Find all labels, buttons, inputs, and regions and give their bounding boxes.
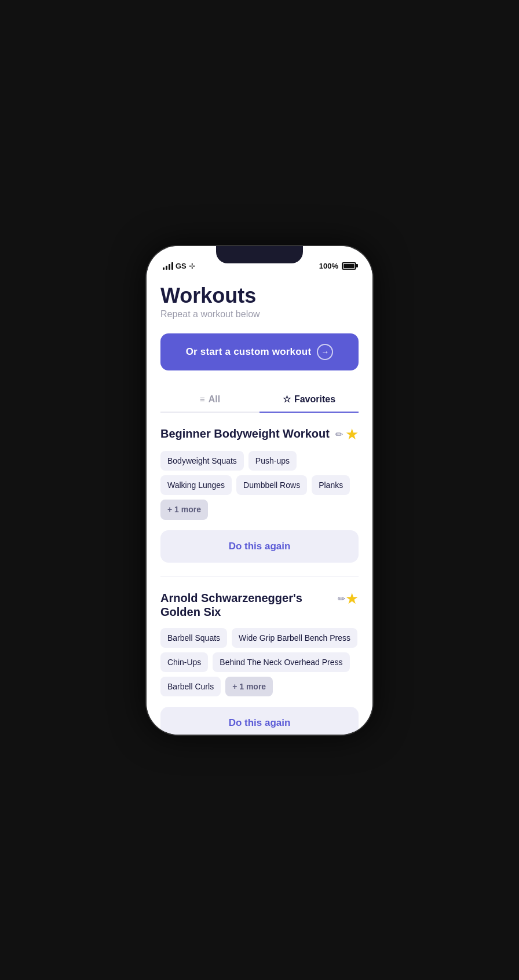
tab-favorites-label: Favorites xyxy=(294,394,335,405)
notch xyxy=(216,246,303,263)
do-again-button-beginner[interactable]: Do this again xyxy=(160,530,359,563)
workout-title-beginner: Beginner Bodyweight Workout xyxy=(160,427,330,441)
tag-planks: Planks xyxy=(312,475,350,495)
signal-icon xyxy=(163,262,173,270)
tag-behind-neck-press: Behind The Neck Overhead Press xyxy=(213,652,349,672)
workout-card-arnold: Arnold Schwarzenegger's Golden Six ✏ ★ B… xyxy=(160,591,359,735)
edit-icon-arnold[interactable]: ✏ xyxy=(338,593,345,604)
do-again-button-arnold[interactable]: Do this again xyxy=(160,707,359,734)
card-header-arnold: Arnold Schwarzenegger's Golden Six ✏ ★ xyxy=(160,591,359,619)
battery-percentage: 100% xyxy=(319,262,338,270)
carrier-text: GS xyxy=(176,262,187,270)
tag-pushups: Push-ups xyxy=(248,451,297,471)
tag-barbell-curls: Barbell Curls xyxy=(160,677,221,696)
custom-workout-label: Or start a custom workout xyxy=(186,346,312,358)
edit-icon-beginner[interactable]: ✏ xyxy=(335,429,343,440)
tab-all[interactable]: ≡ All xyxy=(160,387,260,412)
favorite-star-beginner[interactable]: ★ xyxy=(345,427,359,442)
custom-workout-button[interactable]: Or start a custom workout → xyxy=(160,333,359,370)
workout-card-beginner: Beginner Bodyweight Workout ✏ ★ Bodyweig… xyxy=(160,427,359,563)
page-subtitle: Repeat a workout below xyxy=(160,309,359,320)
tag-wide-grip-bench: Wide Grip Barbell Bench Press xyxy=(232,628,357,648)
exercise-tags-arnold: Barbell Squats Wide Grip Barbell Bench P… xyxy=(160,628,359,697)
card-title-group-arnold: Arnold Schwarzenegger's Golden Six ✏ xyxy=(160,591,345,619)
tag-dumbbell-rows: Dumbbell Rows xyxy=(236,475,307,495)
tag-chin-ups: Chin-Ups xyxy=(160,652,208,672)
status-right: 100% xyxy=(319,262,356,270)
content-area: Workouts Repeat a workout below Or start… xyxy=(147,275,372,735)
star-outline-icon: ☆ xyxy=(283,394,291,405)
exercise-tags-beginner: Bodyweight Squats Push-ups Walking Lunge… xyxy=(160,451,359,520)
tag-more-arnold: + 1 more xyxy=(225,677,273,696)
workout-title-arnold: Arnold Schwarzenegger's Golden Six xyxy=(160,591,332,619)
tag-bodyweight-squats: Bodyweight Squats xyxy=(160,451,244,471)
card-header-beginner: Beginner Bodyweight Workout ✏ ★ xyxy=(160,427,359,442)
tag-more-beginner: + 1 more xyxy=(160,500,208,519)
tabs-container: ≡ All ☆ Favorites xyxy=(160,387,359,413)
tag-walking-lunges: Walking Lunges xyxy=(160,475,232,495)
list-icon: ≡ xyxy=(200,394,205,404)
tag-barbell-squats: Barbell Squats xyxy=(160,628,227,648)
battery-icon xyxy=(342,262,356,270)
wifi-icon: ⊹ xyxy=(189,262,195,270)
tab-favorites[interactable]: ☆ Favorites xyxy=(260,387,359,412)
page-title: Workouts xyxy=(160,284,359,307)
arrow-icon: → xyxy=(317,344,333,360)
status-left: GS ⊹ xyxy=(163,262,195,270)
divider-1 xyxy=(160,577,359,577)
card-title-group-beginner: Beginner Bodyweight Workout ✏ xyxy=(160,427,345,441)
tab-all-label: All xyxy=(209,394,220,405)
favorite-star-arnold[interactable]: ★ xyxy=(345,591,359,606)
